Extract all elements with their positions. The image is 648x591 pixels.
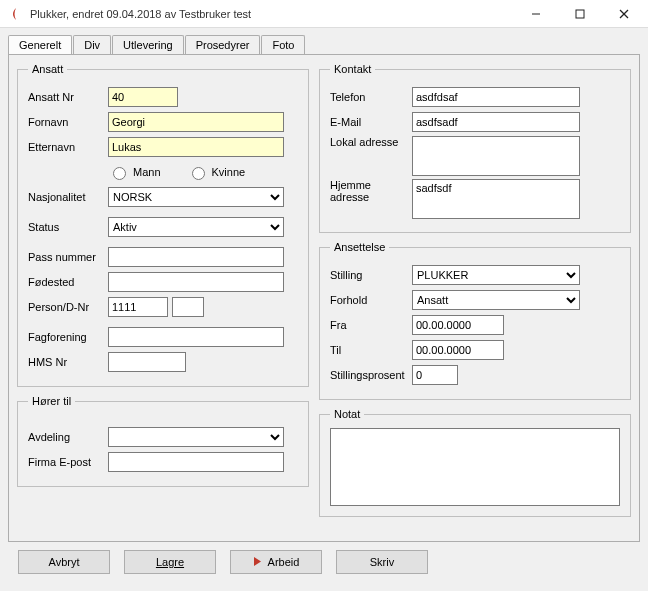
label-til: Til <box>330 344 412 356</box>
maximize-button[interactable] <box>558 0 602 27</box>
hmsnr-input[interactable] <box>108 352 186 372</box>
fra-input[interactable] <box>412 315 504 335</box>
lokaladresse-input[interactable] <box>412 136 580 176</box>
label-hmsnr: HMS Nr <box>28 356 108 368</box>
radio-mann[interactable]: Mann <box>108 164 161 180</box>
fornavn-input[interactable] <box>108 112 284 132</box>
fagforening-input[interactable] <box>108 327 284 347</box>
persondnr2-input[interactable] <box>172 297 204 317</box>
minimize-button[interactable] <box>514 0 558 27</box>
arbeid-button[interactable]: Arbeid <box>230 550 322 574</box>
label-fornavn: Fornavn <box>28 116 108 128</box>
group-ansatt: Ansatt Ansatt Nr Fornavn Etternavn <box>17 63 309 387</box>
status-select[interactable]: Aktiv <box>108 217 284 237</box>
tab-bar: Generelt Div Utlevering Prosedyrer Foto <box>8 34 640 54</box>
label-passnummer: Pass nummer <box>28 251 108 263</box>
label-stillingprosent: Stillingsprosent <box>330 369 412 381</box>
label-ansattnr: Ansatt Nr <box>28 91 108 103</box>
stillingprosent-input[interactable] <box>412 365 458 385</box>
group-ansettelse: Ansettelse Stilling PLUKKER Forhold Ansa… <box>319 241 631 400</box>
close-button[interactable] <box>602 0 646 27</box>
skriv-button[interactable]: Skriv <box>336 550 428 574</box>
tab-generelt[interactable]: Generelt <box>8 35 72 55</box>
avbryt-button[interactable]: Avbryt <box>18 550 110 574</box>
til-input[interactable] <box>412 340 504 360</box>
tab-page-generelt: Ansatt Ansatt Nr Fornavn Etternavn <box>8 54 640 542</box>
label-forhold: Forhold <box>330 294 412 306</box>
label-nasjonalitet: Nasjonalitet <box>28 191 108 203</box>
legend-notat: Notat <box>330 408 364 420</box>
label-etternavn: Etternavn <box>28 141 108 153</box>
group-horertil: Hører til Avdeling Firma E-post <box>17 395 309 487</box>
label-persondnr: Person/D-Nr <box>28 301 108 313</box>
legend-ansettelse: Ansettelse <box>330 241 389 253</box>
svg-marker-4 <box>254 557 261 566</box>
firmaepost-input[interactable] <box>108 452 284 472</box>
label-firmaepost: Firma E-post <box>28 456 108 468</box>
label-fodested: Fødested <box>28 276 108 288</box>
label-email: E-Mail <box>330 116 412 128</box>
svg-rect-1 <box>576 10 584 18</box>
label-hjemmeadresse: Hjemme adresse <box>330 179 412 203</box>
stilling-select[interactable]: PLUKKER <box>412 265 580 285</box>
label-fra: Fra <box>330 319 412 331</box>
legend-kontakt: Kontakt <box>330 63 375 75</box>
persondnr-input[interactable] <box>108 297 168 317</box>
notat-input[interactable] <box>330 428 620 506</box>
hjemmeadresse-input[interactable] <box>412 179 580 219</box>
email-input[interactable] <box>412 112 580 132</box>
legend-horertil: Hører til <box>28 395 75 407</box>
group-notat: Notat <box>319 408 631 517</box>
play-icon <box>253 556 262 568</box>
label-stilling: Stilling <box>330 269 412 281</box>
avdeling-select[interactable] <box>108 427 284 447</box>
tab-foto[interactable]: Foto <box>261 35 305 55</box>
tab-utlevering[interactable]: Utlevering <box>112 35 184 55</box>
app-icon <box>8 6 24 22</box>
tab-div[interactable]: Div <box>73 35 111 55</box>
titlebar: Plukker, endret 09.04.2018 av Testbruker… <box>0 0 648 28</box>
radio-kvinne[interactable]: Kvinne <box>187 164 246 180</box>
label-fagforening: Fagforening <box>28 331 108 343</box>
forhold-select[interactable]: Ansatt <box>412 290 580 310</box>
group-kontakt: Kontakt Telefon E-Mail Lokal adresse <box>319 63 631 233</box>
nasjonalitet-select[interactable]: NORSK <box>108 187 284 207</box>
telefon-input[interactable] <box>412 87 580 107</box>
lagre-button[interactable]: Lagre <box>124 550 216 574</box>
button-bar: Avbryt Lagre Arbeid Skriv <box>8 542 640 582</box>
etternavn-input[interactable] <box>108 137 284 157</box>
window-title: Plukker, endret 09.04.2018 av Testbruker… <box>30 8 514 20</box>
label-status: Status <box>28 221 108 233</box>
label-lokaladresse: Lokal adresse <box>330 136 412 148</box>
ansattnr-input[interactable] <box>108 87 178 107</box>
fodested-input[interactable] <box>108 272 284 292</box>
passnummer-input[interactable] <box>108 247 284 267</box>
tab-prosedyrer[interactable]: Prosedyrer <box>185 35 261 55</box>
legend-ansatt: Ansatt <box>28 63 67 75</box>
label-telefon: Telefon <box>330 91 412 103</box>
label-avdeling: Avdeling <box>28 431 108 443</box>
